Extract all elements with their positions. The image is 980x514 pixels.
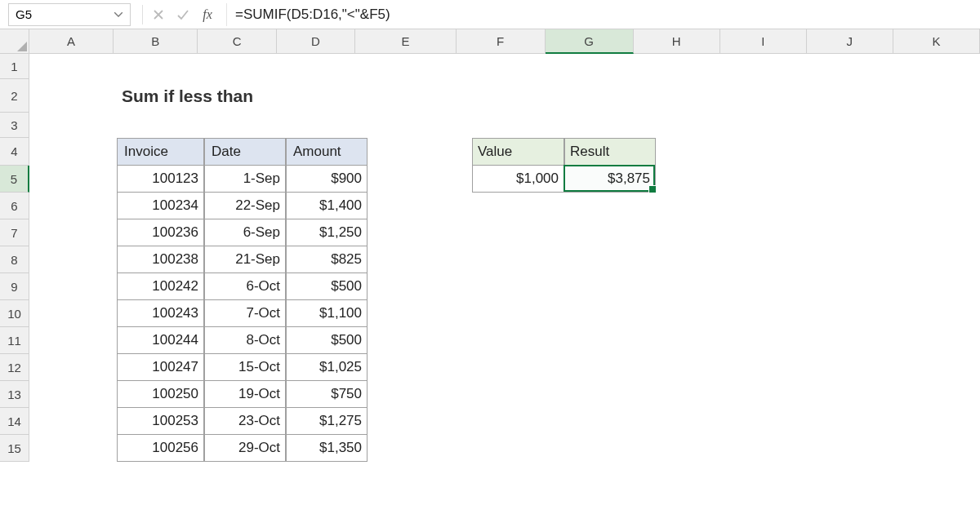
invoice-cell-14[interactable]: 100253 xyxy=(117,408,204,435)
date-cell-14[interactable]: 23-Oct xyxy=(204,408,286,435)
amount-cell-7[interactable]: $1,250 xyxy=(286,219,368,246)
invoice-cell-5[interactable]: 100123 xyxy=(117,166,204,193)
date-cell-6[interactable]: 22-Sep xyxy=(204,193,286,219)
invoice-cell-7[interactable]: 100236 xyxy=(117,219,204,246)
row-header-12[interactable]: 12 xyxy=(0,354,29,381)
date-cell-11[interactable]: 8-Oct xyxy=(204,327,286,354)
column-header-I[interactable]: I xyxy=(720,29,807,54)
table-header-date[interactable]: Date xyxy=(204,138,286,166)
formula-text: =SUMIF(D5:D16,"<"&F5) xyxy=(235,7,390,23)
row-header-1[interactable]: 1 xyxy=(0,54,29,79)
row-header-6[interactable]: 6 xyxy=(0,193,29,219)
cells-area[interactable]: Sum if less thanInvoiceDateAmount1001231… xyxy=(29,54,980,514)
cancel-formula-icon[interactable] xyxy=(146,2,171,27)
value-cell[interactable]: $1,000 xyxy=(472,166,564,193)
row-header-7[interactable]: 7 xyxy=(0,219,29,246)
row-header-14[interactable]: 14 xyxy=(0,408,29,435)
row-header-2[interactable]: 2 xyxy=(0,79,29,113)
column-header-B[interactable]: B xyxy=(114,29,198,54)
row-header-4[interactable]: 4 xyxy=(0,138,29,166)
invoice-cell-13[interactable]: 100250 xyxy=(117,381,204,408)
row-header-3[interactable]: 3 xyxy=(0,113,29,138)
row-header-10[interactable]: 10 xyxy=(0,300,29,327)
insert-function-icon[interactable]: fx xyxy=(195,7,220,22)
formula-bar: G5 fx =SUMIF(D5:D16,"<"&F5) xyxy=(0,0,980,29)
date-cell-13[interactable]: 19-Oct xyxy=(204,381,286,408)
result-header-value[interactable]: Value xyxy=(472,138,564,166)
page-title: Sum if less than xyxy=(117,79,472,113)
column-header-G[interactable]: G xyxy=(546,29,634,54)
invoice-cell-15[interactable]: 100256 xyxy=(117,435,204,462)
amount-cell-15[interactable]: $1,350 xyxy=(286,435,368,462)
column-header-D[interactable]: D xyxy=(277,29,355,54)
table-header-invoice[interactable]: Invoice xyxy=(117,138,204,166)
date-cell-9[interactable]: 6-Oct xyxy=(204,273,286,300)
invoice-cell-12[interactable]: 100247 xyxy=(117,354,204,381)
amount-cell-13[interactable]: $750 xyxy=(286,381,368,408)
column-header-F[interactable]: F xyxy=(457,29,546,54)
result-cell[interactable]: $3,875 xyxy=(564,166,656,193)
row-header-11[interactable]: 11 xyxy=(0,327,29,354)
amount-cell-6[interactable]: $1,400 xyxy=(286,193,368,219)
row-header-15[interactable]: 15 xyxy=(0,435,29,462)
row-headers: 123456789101112131415 xyxy=(0,54,29,462)
column-header-J[interactable]: J xyxy=(807,29,893,54)
date-cell-5[interactable]: 1-Sep xyxy=(204,166,286,193)
row-header-8[interactable]: 8 xyxy=(0,246,29,273)
column-headers: ABCDEFGHIJK xyxy=(29,29,980,54)
amount-cell-10[interactable]: $1,100 xyxy=(286,300,368,327)
column-header-E[interactable]: E xyxy=(355,29,456,54)
table-header-amount[interactable]: Amount xyxy=(286,138,368,166)
date-cell-8[interactable]: 21-Sep xyxy=(204,246,286,273)
column-header-C[interactable]: C xyxy=(198,29,276,54)
enter-formula-icon[interactable] xyxy=(171,2,195,27)
invoice-cell-9[interactable]: 100242 xyxy=(117,273,204,300)
column-header-A[interactable]: A xyxy=(29,29,114,54)
row-header-9[interactable]: 9 xyxy=(0,273,29,300)
date-cell-15[interactable]: 29-Oct xyxy=(204,435,286,462)
amount-cell-9[interactable]: $500 xyxy=(286,273,368,300)
date-cell-10[interactable]: 7-Oct xyxy=(204,300,286,327)
column-header-H[interactable]: H xyxy=(634,29,720,54)
select-all-corner[interactable] xyxy=(0,29,29,54)
amount-cell-11[interactable]: $500 xyxy=(286,327,368,354)
invoice-cell-8[interactable]: 100238 xyxy=(117,246,204,273)
name-box[interactable]: G5 xyxy=(8,3,131,26)
amount-cell-14[interactable]: $1,275 xyxy=(286,408,368,435)
name-box-dropdown-icon[interactable] xyxy=(110,7,127,23)
date-cell-12[interactable]: 15-Oct xyxy=(204,354,286,381)
amount-cell-5[interactable]: $900 xyxy=(286,166,368,193)
amount-cell-8[interactable]: $825 xyxy=(286,246,368,273)
result-header-result[interactable]: Result xyxy=(564,138,656,166)
invoice-cell-10[interactable]: 100243 xyxy=(117,300,204,327)
amount-cell-12[interactable]: $1,025 xyxy=(286,354,368,381)
date-cell-7[interactable]: 6-Sep xyxy=(204,219,286,246)
row-header-5[interactable]: 5 xyxy=(0,166,29,193)
row-header-13[interactable]: 13 xyxy=(0,381,29,408)
invoice-cell-11[interactable]: 100244 xyxy=(117,327,204,354)
invoice-cell-6[interactable]: 100234 xyxy=(117,193,204,219)
column-header-K[interactable]: K xyxy=(893,29,980,54)
name-box-value: G5 xyxy=(16,7,32,21)
formula-input[interactable]: =SUMIF(D5:D16,"<"&F5) xyxy=(226,3,980,26)
spreadsheet-grid: 123456789101112131415 ABCDEFGHIJK Sum if… xyxy=(0,29,980,514)
separator xyxy=(142,5,143,24)
